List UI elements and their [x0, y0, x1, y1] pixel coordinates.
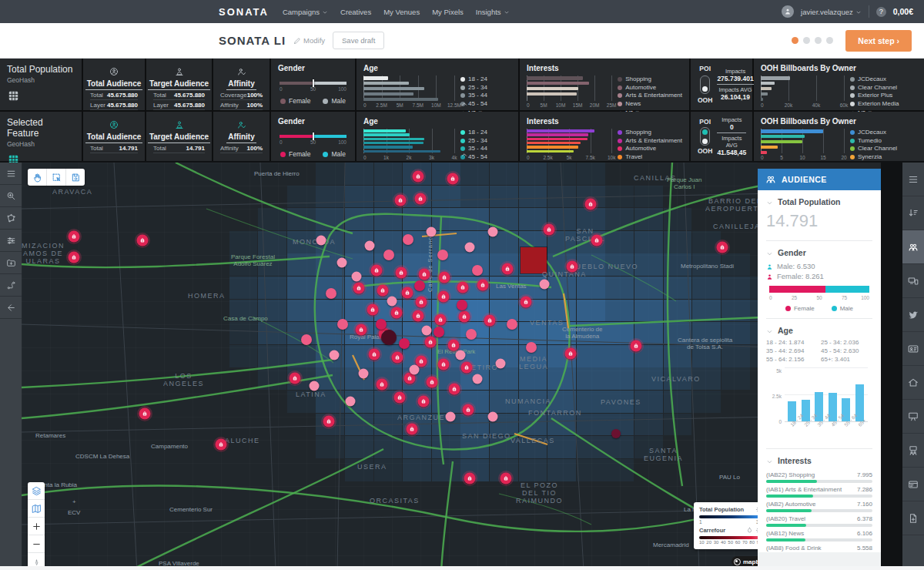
nav-item-campaigns[interactable]: Campaigns — [283, 8, 328, 16]
store-marker[interactable] — [435, 314, 447, 326]
store-marker[interactable] — [394, 392, 406, 404]
store-marker[interactable] — [425, 337, 437, 348]
store-marker[interactable] — [500, 473, 512, 484]
poi-marker[interactable] — [466, 329, 477, 340]
store-marker[interactable] — [290, 373, 301, 384]
store-marker[interactable] — [395, 195, 407, 206]
gender-slider[interactable] — [280, 82, 346, 85]
poi-marker[interactable] — [399, 338, 410, 349]
left-rail-back-button[interactable] — [0, 297, 22, 319]
store-marker[interactable] — [544, 224, 555, 236]
nav-item-my-pixels[interactable]: My Pixels — [432, 8, 464, 16]
store-marker[interactable] — [69, 252, 80, 263]
store-marker[interactable] — [377, 285, 389, 297]
nav-item-creatives[interactable]: Creatives — [340, 8, 371, 16]
poi-marker[interactable] — [383, 250, 394, 260]
store-marker[interactable] — [416, 297, 427, 308]
left-rail-menu-button[interactable] — [0, 163, 22, 185]
poi-marker[interactable] — [346, 397, 356, 407]
poi-marker[interactable] — [434, 327, 444, 337]
interests-toggle[interactable]: Interests — [766, 449, 872, 468]
store-marker[interactable] — [391, 307, 403, 319]
poi-marker[interactable] — [456, 350, 466, 360]
next-step-button[interactable]: Next step › — [845, 30, 912, 52]
store-marker[interactable] — [457, 282, 469, 293]
store-marker[interactable] — [591, 235, 603, 246]
right-rail-venue-audience-button[interactable] — [902, 434, 924, 468]
nav-item-insights[interactable]: Insights — [476, 8, 510, 16]
store-marker[interactable] — [137, 235, 149, 246]
poi-marker[interactable] — [427, 227, 437, 237]
left-rail-filters-button[interactable] — [0, 230, 22, 252]
poi-marker[interactable] — [330, 350, 340, 360]
gender-slider[interactable] — [280, 135, 346, 138]
user-menu[interactable]: javier.velazquez — [801, 8, 862, 16]
map-save-selection-button[interactable] — [66, 169, 85, 186]
store-marker[interactable] — [353, 283, 365, 294]
poi-marker[interactable] — [387, 297, 397, 307]
poi-marker[interactable] — [526, 342, 537, 353]
left-rail-search-plus-button[interactable] — [0, 185, 22, 207]
left-rail-folder-add-button[interactable] — [0, 252, 22, 274]
age-toggle[interactable]: Age — [766, 319, 872, 338]
geohash-grid-icon[interactable] — [7, 89, 75, 102]
poi-marker[interactable] — [446, 412, 456, 422]
store-marker[interactable] — [463, 404, 474, 416]
poi-marker[interactable] — [410, 365, 420, 375]
map-select-area-button[interactable] — [47, 169, 66, 186]
store-marker[interactable] — [631, 340, 642, 352]
collapse-row-button[interactable] — [460, 147, 468, 161]
map-hand-button[interactable] — [28, 169, 47, 186]
poi-marker[interactable] — [381, 330, 397, 345]
store-marker[interactable] — [521, 297, 532, 308]
poi-marker[interactable] — [507, 319, 517, 330]
store-marker[interactable] — [323, 416, 335, 428]
store-marker[interactable] — [396, 267, 407, 279]
poi-marker[interactable] — [403, 234, 413, 245]
store-marker[interactable] — [477, 280, 489, 291]
poi-marker[interactable] — [352, 272, 362, 282]
poi-ooh-toggle[interactable] — [700, 127, 710, 146]
poi-marker[interactable] — [422, 326, 432, 336]
step-dot-1[interactable] — [792, 37, 798, 44]
gender-toggle[interactable]: Gender — [766, 241, 872, 260]
store-marker[interactable] — [449, 384, 460, 395]
store-marker[interactable] — [139, 408, 151, 420]
step-dot-2[interactable] — [803, 37, 810, 44]
help-icon[interactable]: ? — [876, 7, 886, 17]
step-dot-4[interactable] — [826, 37, 833, 44]
right-rail-sort-button[interactable] — [902, 196, 924, 230]
poi-marker[interactable] — [414, 280, 425, 291]
poi-marker[interactable] — [496, 359, 506, 369]
map-zoom-out-button[interactable] — [28, 535, 45, 553]
selected-geohash-cell[interactable] — [521, 247, 547, 273]
map-canvas[interactable]: Puerta de HierroARAVACACANILLASParque Ju… — [22, 163, 779, 570]
store-marker[interactable] — [461, 362, 473, 374]
right-rail-home-button[interactable] — [902, 366, 924, 400]
collapse-row-button[interactable] — [460, 96, 468, 110]
store-marker[interactable] — [392, 352, 403, 364]
right-rail-twitter-button[interactable] — [902, 298, 924, 332]
brand-logo[interactable]: SONATA — [219, 6, 269, 18]
store-marker[interactable] — [369, 349, 380, 360]
store-marker[interactable] — [448, 340, 460, 351]
modify-button[interactable]: Modify — [293, 36, 325, 45]
store-marker[interactable] — [69, 231, 80, 243]
store-marker[interactable] — [439, 272, 450, 283]
store-marker[interactable] — [371, 265, 383, 277]
map-basemap-button[interactable] — [28, 500, 45, 518]
poi-marker[interactable] — [465, 243, 475, 253]
store-marker[interactable] — [567, 261, 578, 273]
store-marker[interactable] — [407, 424, 418, 435]
right-rail-panel-card-button[interactable] — [902, 468, 924, 501]
avatar[interactable] — [782, 5, 794, 18]
right-rail-devices-button[interactable] — [902, 264, 924, 298]
store-marker[interactable] — [438, 291, 450, 303]
store-marker[interactable] — [459, 311, 470, 323]
poi-marker[interactable] — [310, 381, 320, 391]
left-rail-route-button[interactable] — [0, 274, 22, 297]
left-rail-select-polygon-button[interactable] — [0, 207, 22, 230]
poi-marker[interactable] — [488, 412, 498, 422]
map-layers-button[interactable] — [28, 482, 45, 500]
store-marker[interactable] — [418, 396, 430, 407]
